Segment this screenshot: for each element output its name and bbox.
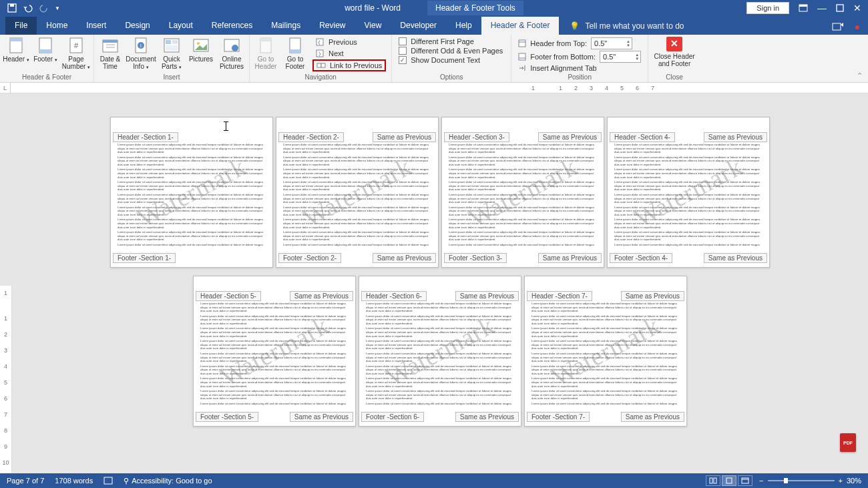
tab-references[interactable]: References	[202, 17, 262, 35]
previous-button[interactable]: Previous	[312, 37, 386, 47]
footer-strip: Footer -Section 2-Same as Previous	[278, 253, 436, 263]
vertical-ruler[interactable]: 112345678910	[0, 286, 12, 473]
zoom-value[interactable]: 30%	[847, 477, 861, 485]
document-title: word file - Word	[345, 3, 401, 13]
tell-me-search[interactable]: 💡 Tell me what you want to do	[570, 21, 684, 35]
tab-selector[interactable]: L	[0, 83, 11, 93]
different-first-page-checkbox[interactable]: Different First Page	[399, 37, 503, 45]
tab-header-footer[interactable]: Header & Footer	[481, 17, 560, 35]
header-strip: Header -Section 5-Same as Previous	[196, 291, 353, 301]
zoom-out-icon[interactable]: −	[759, 477, 763, 485]
footer-button[interactable]: Footer ▾	[31, 35, 60, 63]
page-thumbnail[interactable]: Header -Section 4-Same as Previous Lorem…	[607, 117, 770, 268]
goto-footer-button[interactable]: Go to Footer	[280, 35, 310, 70]
language-icon[interactable]	[103, 477, 113, 485]
ruler-numbers: 11234567	[531, 85, 654, 91]
tab-design[interactable]: Design	[116, 17, 159, 35]
accessibility-status[interactable]: ⚲Accessibility: Good to go	[124, 477, 212, 485]
close-icon[interactable]: ✕	[853, 3, 861, 13]
spinner-icon[interactable]: ▲▼	[626, 39, 630, 47]
qat-dropdown-icon[interactable]: ▼	[55, 5, 60, 11]
tab-insert[interactable]: Insert	[77, 17, 116, 35]
undo-icon[interactable]	[23, 3, 33, 13]
page-thumbnail[interactable]: Header -Section 2-Same as Previous Lorem…	[276, 117, 439, 268]
comments-icon[interactable]: ●	[855, 21, 860, 32]
status-bar: Page 7 of 7 1708 words ⚲Accessibility: G…	[0, 473, 868, 488]
svg-point-24	[197, 42, 200, 45]
web-layout-icon[interactable]	[738, 475, 752, 486]
page-canvas[interactable]: Header -Section 1- Lorem ipsum dolor sit…	[12, 93, 868, 473]
insert-alignment-tab-button[interactable]: Insert Alignment Tab	[518, 64, 641, 72]
page-thumbnail[interactable]: Header -Section 3-Same as Previous Lorem…	[441, 117, 604, 268]
horizontal-ruler[interactable]: L 11234567	[0, 83, 868, 93]
read-mode-icon[interactable]	[706, 475, 720, 486]
link-to-previous-button[interactable]: Link to Previous	[312, 59, 386, 71]
spinner-icon[interactable]: ▲▼	[635, 53, 639, 61]
online-pictures-button[interactable]: Online Pictures	[216, 35, 248, 70]
header-section-tag: Header -Section 7-	[527, 291, 592, 301]
footer-section-tag: Footer -Section 7-	[527, 412, 590, 422]
group-label: Header & Footer	[1, 73, 92, 81]
header-from-top-input[interactable]: 0.5"▲▼	[591, 37, 632, 49]
ribbon-display-icon[interactable]	[799, 4, 808, 12]
pdf-badge-icon[interactable]: PDF	[840, 433, 856, 452]
zoom-control[interactable]: − + 30%	[759, 477, 861, 485]
document-info-button[interactable]: iDocument Info ▾	[125, 35, 157, 70]
print-layout-icon[interactable]	[722, 475, 736, 486]
svg-point-26	[232, 45, 238, 51]
checkbox-icon: ✓	[399, 56, 407, 64]
tab-home[interactable]: Home	[37, 17, 77, 35]
page-body-text: Lorem ipsum dolor sit amet consectetur a…	[200, 302, 349, 406]
tab-developer[interactable]: Developer	[391, 17, 446, 35]
page-thumbnail[interactable]: Header -Section 7-Same as Previous Lorem…	[524, 276, 687, 427]
same-as-previous-tag: Same as Previous	[621, 291, 684, 301]
show-document-text-checkbox[interactable]: ✓Show Document Text	[399, 56, 503, 64]
tab-layout[interactable]: Layout	[160, 17, 202, 35]
tab-view[interactable]: View	[355, 17, 391, 35]
save-icon[interactable]	[7, 3, 17, 13]
close-header-footer-button[interactable]: ✕ Close Header and Footer	[650, 35, 699, 67]
date-time-button[interactable]: Date & Time	[95, 35, 125, 70]
footer-from-bottom-input[interactable]: 0.5"▲▼	[600, 51, 641, 63]
tab-mailings[interactable]: Mailings	[262, 17, 310, 35]
page-thumbnail[interactable]: Header -Section 6-Same as Previous Lorem…	[359, 276, 521, 427]
accessibility-icon: ⚲	[124, 477, 129, 485]
header-strip: Header -Section 1-	[113, 132, 270, 142]
group-label: Close	[650, 73, 699, 81]
group-insert: Date & Time iDocument Info ▾ Quick Parts…	[94, 35, 250, 82]
header-strip: Header -Section 7-Same as Previous	[527, 291, 684, 301]
footer-icon	[36, 37, 55, 54]
svg-rect-7	[10, 38, 22, 41]
header-button[interactable]: Header ▾	[1, 35, 31, 63]
tab-review[interactable]: Review	[310, 17, 355, 35]
ribbon: Header ▾ Footer ▾ # Page Number ▾ Header…	[0, 35, 868, 83]
page-indicator[interactable]: Page 7 of 7	[7, 477, 44, 485]
different-odd-even-checkbox[interactable]: Different Odd & Even Pages	[399, 47, 503, 55]
collapse-ribbon-icon[interactable]: ⌃	[857, 71, 863, 80]
checkbox-icon	[399, 37, 407, 45]
next-button[interactable]: Next	[312, 48, 386, 59]
ruler-bottom-icon	[518, 53, 526, 61]
sign-in-button[interactable]: Sign in	[746, 2, 789, 14]
view-buttons	[706, 475, 752, 486]
previous-icon	[315, 37, 324, 47]
zoom-in-icon[interactable]: +	[839, 477, 843, 485]
tab-help[interactable]: Help	[446, 17, 481, 35]
goto-header-button[interactable]: Go to Header	[251, 35, 280, 70]
tab-file[interactable]: File	[5, 17, 37, 35]
same-as-previous-tag: Same as Previous	[290, 412, 353, 422]
word-count[interactable]: 1708 words	[55, 477, 93, 485]
minimize-icon[interactable]: —	[817, 3, 827, 13]
svg-rect-21	[172, 40, 178, 44]
page-thumbnail[interactable]: Header -Section 1- Lorem ipsum dolor sit…	[110, 117, 273, 268]
svg-rect-3	[799, 5, 807, 7]
page-thumbnail[interactable]: Header -Section 5-Same as Previous Lorem…	[193, 276, 356, 427]
share-icon[interactable]	[832, 21, 844, 32]
redo-icon[interactable]	[39, 3, 49, 13]
zoom-slider[interactable]	[768, 480, 835, 481]
maximize-icon[interactable]	[836, 4, 844, 12]
footer-section-tag: Footer -Section 2-	[278, 253, 341, 263]
pictures-button[interactable]: Pictures	[186, 35, 216, 63]
quick-parts-button[interactable]: Quick Parts ▾	[157, 35, 186, 70]
page-number-button[interactable]: # Page Number ▾	[60, 35, 92, 70]
